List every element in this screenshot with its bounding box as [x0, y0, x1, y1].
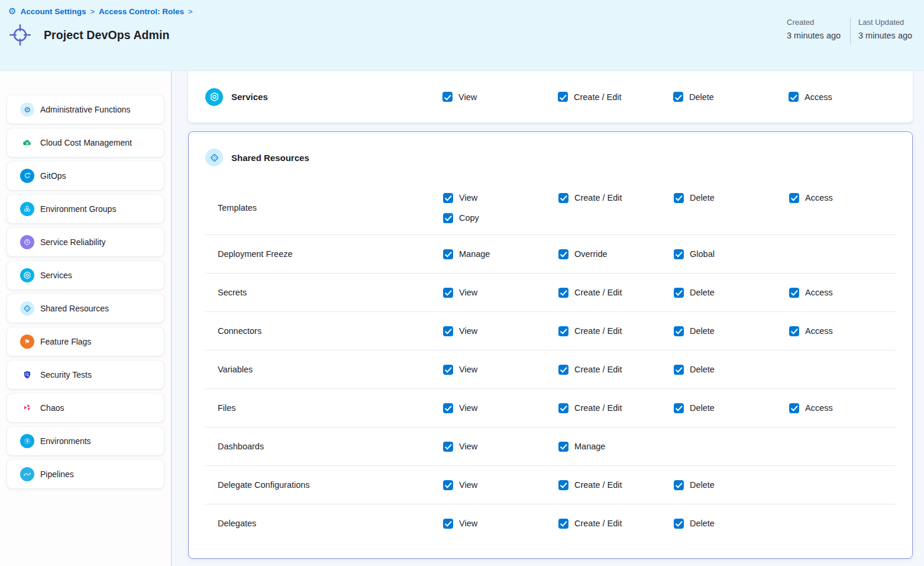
sidebar-item-security-tests[interactable]: Security Tests	[7, 361, 164, 389]
resource-label: Connectors	[205, 326, 443, 336]
checkbox-dashboards-view[interactable]	[443, 442, 453, 452]
shared-resources-card-title: Shared Resources	[231, 153, 309, 163]
checkbox-files-create-edit[interactable]	[558, 403, 568, 413]
sidebar-item-feature-flags[interactable]: ⚑Feature Flags	[7, 327, 164, 356]
checkbox-deployment-freeze-manage[interactable]	[443, 249, 453, 259]
sidebar-item-service-reliability[interactable]: Service Reliability	[7, 228, 164, 256]
sidebar-item-pipelines[interactable]: Pipelines	[7, 460, 164, 488]
permission-label: View	[459, 519, 477, 528]
checkbox-connectors-access[interactable]	[789, 326, 799, 336]
sidebar-item-cloud-cost-management[interactable]: $Cloud Cost Management	[7, 128, 164, 157]
permission-column: Global	[674, 247, 789, 261]
permission-column: Create / Edit	[558, 286, 674, 299]
role-title-row: Project DevOps Admin	[8, 23, 914, 47]
services-card-head: Services	[188, 88, 442, 106]
permission-column: Delete	[673, 91, 789, 104]
role-meta: Created 3 minutes ago Last Updated 3 min…	[787, 18, 914, 44]
breadcrumb: ⚙ Account Settings > Access Control: Rol…	[8, 7, 914, 16]
permission-dashboards-manage: Manage	[558, 440, 674, 453]
checkbox-delegate-configurations-view[interactable]	[443, 480, 453, 490]
sidebar-item-label: Security Tests	[40, 370, 92, 380]
pipelines-icon	[20, 467, 34, 481]
resource-label: Secrets	[205, 288, 443, 297]
checkbox-connectors-create-edit[interactable]	[558, 326, 568, 336]
checkbox-connectors-view[interactable]	[443, 326, 453, 336]
checkbox-files-view[interactable]	[443, 403, 453, 413]
checkbox-delegate-configurations-delete[interactable]	[674, 480, 684, 490]
permission-label: Create / Edit	[574, 193, 622, 202]
permission-delegate-configurations-delete: Delete	[674, 478, 789, 491]
page-body: ⚙Administrative Functions$Cloud Cost Man…	[0, 71, 924, 566]
sidebar-item-gitops[interactable]: GitOps	[7, 162, 164, 190]
checkbox-connectors-delete[interactable]	[674, 326, 684, 336]
sidebar-item-administrative-functions[interactable]: ⚙Administrative Functions	[7, 95, 164, 124]
checkbox-secrets-view[interactable]	[443, 288, 453, 298]
checkbox-delegates-delete[interactable]	[674, 519, 684, 529]
permission-column: View	[443, 401, 558, 414]
checkbox-deployment-freeze-global[interactable]	[674, 249, 684, 259]
checkbox-secrets-create-edit[interactable]	[558, 288, 568, 298]
checkbox-variables-delete[interactable]	[674, 365, 684, 375]
sidebar-item-services[interactable]: Services	[7, 261, 164, 290]
checkbox-delegate-configurations-create-edit[interactable]	[558, 480, 568, 490]
permission-label: Delete	[690, 403, 715, 413]
service-reliability-icon	[20, 235, 34, 249]
permission-column: Delete	[674, 517, 789, 530]
checkbox-templates-access[interactable]	[789, 193, 799, 203]
checkbox-services-view[interactable]	[442, 92, 453, 102]
checkbox-templates-create-edit[interactable]	[558, 193, 568, 203]
checkbox-secrets-access[interactable]	[789, 288, 799, 298]
permission-files-access: Access	[789, 401, 896, 414]
sidebar-item-environment-groups[interactable]: Environment Groups	[7, 195, 164, 223]
checkbox-files-access[interactable]	[789, 403, 799, 413]
permission-column: Create / Edit	[558, 478, 674, 491]
permission-label: Delete	[690, 519, 715, 528]
permission-label: Delete	[690, 193, 715, 202]
checkbox-services-create-edit[interactable]	[558, 92, 568, 102]
sidebar-item-environments[interactable]: $Environments	[7, 427, 164, 455]
checkbox-templates-view[interactable]	[443, 193, 453, 203]
chaos-pinwheel-icon	[20, 401, 34, 415]
admin-gear-icon: ⚙	[20, 102, 34, 117]
permission-label: Access	[805, 92, 832, 102]
sidebar-item-label: Environments	[40, 436, 91, 446]
checkbox-delegates-create-edit[interactable]	[558, 519, 568, 529]
sidebar-item-label: Service Reliability	[40, 237, 105, 247]
last-updated-value: 3 minutes ago	[858, 31, 914, 40]
services-permission-row: Services ViewCreate / EditDeleteAccess	[188, 88, 913, 106]
permission-deployment-freeze-manage: Manage	[443, 247, 558, 261]
permission-label: Create / Edit	[574, 480, 622, 490]
permission-label: View	[459, 442, 477, 451]
checkbox-secrets-delete[interactable]	[674, 288, 684, 298]
permission-column: View	[443, 517, 558, 530]
checkbox-templates-copy[interactable]	[443, 213, 453, 223]
environments-icon: $	[20, 434, 34, 448]
permission-label: Delete	[689, 92, 714, 102]
breadcrumb-link-access-control-roles[interactable]: Access Control: Roles	[99, 7, 184, 16]
permission-files-view: View	[443, 401, 558, 414]
sidebar-item-shared-resources[interactable]: Shared Resources	[7, 294, 164, 323]
checkbox-variables-create-edit[interactable]	[558, 365, 568, 375]
permission-row-delegates: DelegatesViewCreate / EditDelete	[205, 504, 896, 542]
checkbox-deployment-freeze-override[interactable]	[558, 249, 568, 259]
checkbox-services-access[interactable]	[789, 92, 799, 102]
permission-label: Manage	[459, 249, 490, 259]
sidebar-item-chaos[interactable]: Chaos	[7, 394, 164, 422]
services-card-title: Services	[231, 92, 268, 102]
checkbox-files-delete[interactable]	[674, 403, 684, 413]
checkbox-delegates-view[interactable]	[443, 519, 453, 529]
permission-row-dashboards: DashboardsViewManage	[205, 427, 896, 465]
checkbox-services-delete[interactable]	[673, 92, 683, 102]
permission-delegate-configurations-create-edit: Create / Edit	[558, 478, 674, 491]
permission-label: Delete	[690, 480, 715, 490]
created-label: Created	[787, 18, 842, 27]
breadcrumb-separator: >	[90, 7, 95, 16]
resource-label: Dashboards	[205, 442, 443, 451]
breadcrumb-link-account-settings[interactable]: Account Settings	[20, 7, 86, 16]
checkbox-variables-view[interactable]	[443, 365, 453, 375]
permission-row-delegate-configurations: Delegate ConfigurationsViewCreate / Edit…	[205, 465, 896, 504]
checkbox-dashboards-manage[interactable]	[558, 442, 568, 452]
resource-label: Delegates	[205, 519, 443, 528]
checkbox-templates-delete[interactable]	[674, 193, 684, 203]
permission-label: Create / Edit	[574, 519, 622, 528]
